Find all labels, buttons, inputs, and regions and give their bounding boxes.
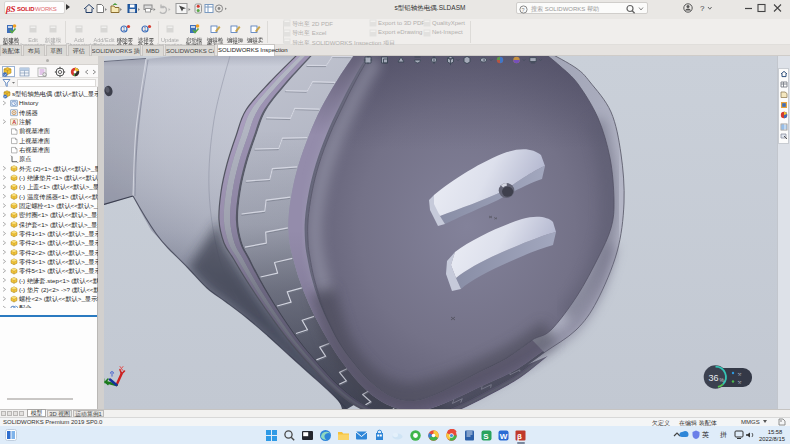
svg-text:36: 36	[709, 373, 719, 383]
svg-text:(-) 绝缘套.step<1> (默认<<默认>: (-) 绝缘套.step<1> (默认<<默认>	[19, 277, 98, 284]
svg-text:固定螺栓<1> (默认<<默认>_显示状: 固定螺栓<1> (默认<<默认>_显示状	[19, 202, 98, 210]
svg-text:零件1<1> (默认<<默认>_显示状态: 零件1<1> (默认<<默认>_显示状态	[19, 230, 98, 238]
svg-text:History: History	[19, 99, 39, 106]
svg-text:零件5<1> (默认<<默认>_显示状态: 零件5<1> (默认<<默认>_显示状态	[19, 267, 98, 275]
svg-text:(-) 垫片 (2)<2> ->? (默认<<默认>: (-) 垫片 (2)<2> ->? (默认<<默认>	[19, 286, 98, 294]
svg-text:传感器: 传感器	[19, 109, 38, 117]
svg-text:?: ?	[700, 4, 705, 13]
svg-text:s型铅轴热电偶 (默认<默认_显示状态-1: s型铅轴热电偶 (默认<默认_显示状态-1	[12, 90, 98, 98]
svg-text:配合: 配合	[19, 304, 31, 308]
svg-text:S: S	[483, 432, 489, 441]
svg-text:外壳 (2)<1> (默认<<默认>_显示状: 外壳 (2)<1> (默认<<默认>_显示状	[19, 165, 98, 173]
svg-text:A: A	[12, 119, 16, 125]
svg-text:⚒: ⚒	[738, 372, 742, 377]
svg-text:%: %	[720, 377, 725, 383]
svg-text:W: W	[500, 432, 508, 441]
svg-text:螺栓<2> (默认<<默认>_显示状态: 螺栓<2> (默认<<默认>_显示状态	[19, 295, 98, 303]
svg-text:(-) 绝缘垫片<1> (默认<<默认>_显: (-) 绝缘垫片<1> (默认<<默认>_显	[19, 174, 98, 182]
svg-text:(-) 上盖<1> (默认<<默认>_显示状: (-) 上盖<1> (默认<<默认>_显示状	[19, 183, 98, 191]
svg-text:零件2<2> (默认<<默认>_显示状态: 零件2<2> (默认<<默认>_显示状态	[19, 249, 98, 257]
svg-text:右视基准面: 右视基准面	[19, 146, 50, 154]
svg-text:SOLID: SOLID	[17, 6, 35, 12]
svg-text:零件2<1> (默认<<默认>_显示状态: 零件2<1> (默认<<默认>_显示状态	[19, 239, 98, 247]
svg-text:前视基准面: 前视基准面	[19, 127, 50, 135]
svg-text:WORKS: WORKS	[35, 6, 57, 12]
svg-text:原点: 原点	[19, 155, 31, 163]
svg-text:⚒: ⚒	[738, 380, 742, 385]
svg-text:保护套<1> (默认<<默认>_显示状: 保护套<1> (默认<<默认>_显示状	[19, 221, 98, 229]
svg-text:零件3<1> (默认<<默认>_显示状态: 零件3<1> (默认<<默认>_显示状态	[19, 258, 98, 266]
svg-text:(-) 温度传感器<1> (默认<<默认>: (-) 温度传感器<1> (默认<<默认>	[19, 193, 98, 201]
svg-text:注解: 注解	[19, 118, 31, 126]
svg-text:密封圈<1> (默认<<默认>_显示状: 密封圈<1> (默认<<默认>_显示状	[19, 211, 98, 219]
svg-text:βS: βS	[5, 4, 16, 14]
svg-text:上视基准面: 上视基准面	[19, 137, 50, 145]
svg-text:?: ?	[522, 6, 525, 12]
svg-text:β: β	[517, 432, 522, 441]
